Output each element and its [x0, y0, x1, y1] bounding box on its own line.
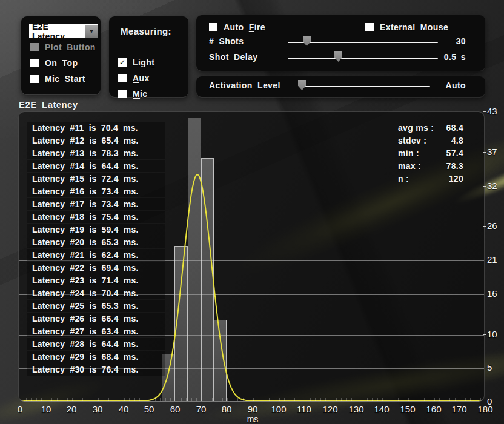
stat-row: max :78.3 — [393, 160, 466, 173]
x-minor-tick — [398, 398, 399, 401]
checkbox-light[interactable]: ✓Light — [118, 56, 185, 68]
shot-delay-slider-row: Shot Delay 0.5 s — [207, 51, 474, 67]
x-minor-tick — [170, 398, 171, 401]
x-minor-tick — [393, 398, 393, 401]
stat-value: 4.8 — [451, 134, 463, 147]
x-minor-tick — [129, 398, 130, 401]
y-tick-mark — [483, 334, 486, 335]
x-minor-tick — [93, 398, 93, 401]
x-tick-label: 170 — [447, 404, 471, 414]
latency-log-line: Latency #24 is 70.4 ms. — [27, 287, 165, 299]
checkbox-mic[interactable]: Mic — [118, 88, 185, 100]
checkbox-auto-fire[interactable]: Auto Fire — [209, 21, 265, 33]
checkbox-icon[interactable] — [30, 43, 39, 51]
x-minor-tick — [310, 398, 311, 401]
x-minor-tick — [264, 398, 264, 401]
latency-log-line: Latency #28 is 64.4 ms. — [27, 338, 165, 350]
checkbox-icon[interactable]: ✓ — [118, 58, 127, 67]
shot-delay-slider-track[interactable] — [288, 58, 438, 59]
y-tick-mark — [483, 368, 486, 368]
y-tick-label: 43 — [487, 105, 504, 118]
x-minor-tick — [284, 398, 285, 401]
latency-log-line: Latency #22 is 69.4 ms. — [27, 262, 165, 274]
x-minor-tick — [217, 398, 217, 401]
y-tick-mark — [483, 111, 486, 112]
stat-row: avg ms :68.4 — [393, 122, 466, 134]
checkbox-aux[interactable]: Aux — [118, 72, 185, 84]
y-tick-label: 16 — [487, 288, 504, 300]
mode-panel-checkboxes: Plot ButtonOn TopMic Start — [30, 41, 97, 88]
checkbox-icon[interactable] — [30, 59, 39, 67]
y-tick-label: 26 — [487, 220, 504, 232]
x-tick-label: 50 — [137, 404, 161, 414]
x-minor-tick — [72, 398, 73, 401]
chevron-down-icon[interactable]: ▼ — [85, 25, 98, 38]
checkbox-plot-button[interactable]: Plot Button — [30, 41, 97, 53]
latency-log-line: Latency #19 is 59.4 ms. — [27, 224, 165, 236]
stat-value: 120 — [449, 173, 463, 185]
x-minor-tick — [57, 398, 58, 401]
x-minor-tick — [279, 398, 280, 401]
x-minor-tick — [331, 398, 331, 401]
stat-label: min : — [398, 147, 419, 160]
stat-value: 57.4 — [446, 147, 463, 160]
x-tick-label: 160 — [422, 404, 446, 414]
mode-dropdown[interactable]: E2E Latency ▼ — [29, 24, 98, 38]
stat-value: 78.3 — [446, 160, 463, 173]
chart-title: E2E Latency — [19, 99, 78, 110]
x-minor-tick — [315, 398, 316, 401]
x-minor-tick — [248, 398, 248, 401]
x-minor-tick — [176, 398, 176, 401]
shot-delay-slider-thumb[interactable] — [334, 51, 342, 62]
x-minor-tick — [388, 398, 388, 401]
x-minor-tick — [372, 398, 373, 401]
x-minor-tick — [222, 398, 223, 401]
checkbox-icon[interactable] — [30, 75, 39, 83]
mic-label: Mic — [133, 89, 148, 99]
checkbox-icon[interactable] — [209, 23, 217, 31]
x-minor-tick — [243, 398, 244, 401]
x-axis-unit-label: ms — [240, 414, 265, 424]
stat-value: 68.4 — [446, 122, 463, 134]
x-minor-tick — [145, 398, 145, 401]
x-minor-tick — [155, 398, 156, 401]
x-minor-tick — [202, 398, 202, 401]
x-minor-tick — [336, 398, 337, 401]
x-minor-tick — [419, 398, 419, 401]
checkbox-icon[interactable] — [365, 23, 374, 31]
activation-slider-thumb[interactable] — [298, 80, 306, 90]
x-minor-tick — [207, 398, 207, 401]
stat-label: avg ms : — [398, 122, 434, 134]
x-minor-tick — [320, 398, 321, 401]
y-tick-label: 37 — [487, 146, 504, 158]
checkbox-icon[interactable] — [118, 90, 127, 98]
x-minor-tick — [78, 398, 78, 401]
x-minor-tick — [47, 398, 47, 401]
aux-label: Aux — [133, 73, 150, 83]
y-tick-label: 10 — [487, 328, 504, 340]
y-tick-mark — [483, 152, 486, 153]
checkbox-on-top[interactable]: On Top — [30, 57, 97, 69]
x-minor-tick — [274, 398, 274, 401]
checkbox-icon[interactable] — [118, 74, 127, 82]
y-tick-mark — [483, 226, 486, 227]
latency-log-line: Latency #27 is 63.4 ms. — [27, 325, 165, 337]
stat-row: stdev :4.8 — [393, 134, 466, 147]
latency-log-line: Latency #12 is 65.4 ms. — [27, 134, 165, 147]
x-minor-tick — [367, 398, 368, 401]
shots-slider-track[interactable] — [288, 42, 438, 43]
activation-slider-track[interactable] — [302, 86, 430, 87]
x-minor-tick — [98, 398, 99, 401]
y-tick-mark — [483, 186, 486, 187]
latency-log-line: Latency #11 is 70.4 ms. — [27, 122, 165, 134]
shots-slider-thumb[interactable] — [303, 36, 311, 46]
checkbox-mic-start[interactable]: Mic Start — [30, 73, 97, 85]
x-minor-tick — [186, 398, 187, 401]
x-minor-tick — [108, 398, 109, 401]
checkbox-external-mouse[interactable]: External Mouse — [365, 21, 448, 33]
mode-panel: E2E Latency ▼ Plot ButtonOn TopMic Start — [21, 16, 101, 94]
x-minor-tick — [470, 398, 471, 401]
x-minor-tick — [305, 398, 305, 401]
x-tick-label: 90 — [240, 404, 265, 414]
external-mouse-label: External Mouse — [380, 22, 448, 32]
